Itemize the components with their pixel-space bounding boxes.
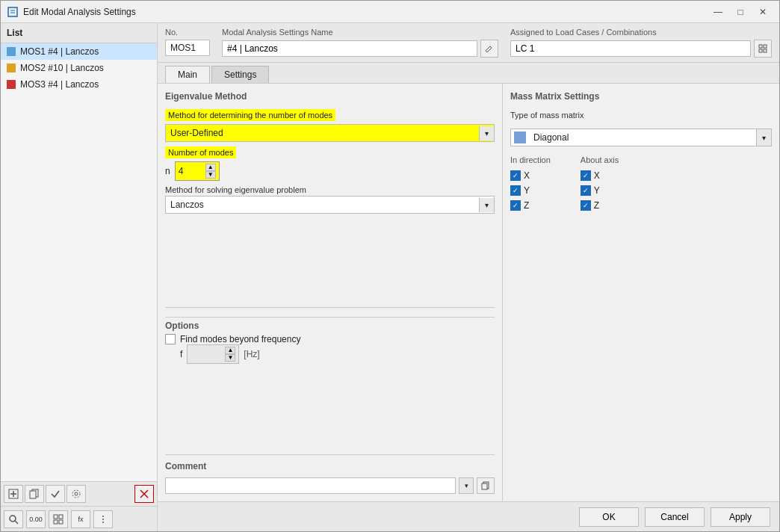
sidebar-item-mos1-label: MOS1 #4 | Lanczos (20, 46, 99, 57)
method-field: Method for determining the number of mod… (165, 109, 495, 142)
method-dropdown-arrow[interactable]: ▾ (479, 126, 494, 140)
comment-input[interactable] (165, 477, 456, 494)
search-toolbar-button[interactable] (4, 510, 23, 528)
solver-dropdown-arrow[interactable]: ▾ (479, 198, 494, 212)
svg-rect-16 (54, 520, 58, 524)
about-axis-x-checkbox[interactable]: ✓ (581, 170, 591, 181)
window: Edit Modal Analysis Settings — □ ✕ List … (0, 0, 780, 532)
method-value: User-Defined (166, 125, 479, 141)
comment-copy-button[interactable] (477, 477, 495, 494)
freq-spinner-up[interactable]: ▲ (225, 347, 235, 354)
sidebar-item-mos1[interactable]: MOS1 #4 | Lanczos (1, 43, 157, 60)
freq-spinner-down[interactable]: ▼ (225, 354, 235, 362)
formula-toolbar-button[interactable]: fx (71, 510, 90, 528)
ok-button[interactable]: OK (579, 507, 639, 527)
assigned-input[interactable] (510, 40, 751, 57)
divider (165, 317, 495, 318)
in-dir-x-checkbox[interactable]: ✓ (510, 170, 521, 181)
apply-button[interactable]: Apply (711, 507, 770, 527)
mos2-color (7, 64, 16, 72)
about-axis-y-checkbox[interactable]: ✓ (581, 185, 591, 196)
about-axis-z-checkbox[interactable]: ✓ (581, 200, 591, 211)
name-input-row (222, 40, 498, 58)
spinner-up[interactable]: ▲ (205, 164, 216, 171)
bottom-buttons: OK Cancel Apply (158, 501, 779, 531)
in-dir-z-checkbox[interactable]: ✓ (510, 200, 521, 211)
freq-input[interactable]: ▲ ▼ (187, 344, 239, 364)
in-dir-y-checkbox[interactable]: ✓ (510, 185, 521, 196)
find-modes-label: Find modes beyond frequency (180, 334, 300, 344)
mass-matrix-title: Mass Matrix Settings (510, 91, 772, 102)
sidebar: List MOS1 #4 | Lanczos MOS2 #10 | Lanczo… (1, 23, 158, 531)
find-modes-row: Find modes beyond frequency (165, 334, 495, 344)
sidebar-header: List (1, 23, 157, 43)
sidebar-item-mos3-label: MOS3 #4 | Lanczos (20, 79, 99, 90)
f-label: f (180, 349, 182, 359)
svg-rect-17 (59, 520, 63, 524)
mass-type-arrow[interactable]: ▾ (756, 129, 771, 146)
number-input[interactable]: 4 ▲ ▼ (175, 161, 220, 181)
close-button[interactable]: ✕ (752, 4, 773, 20)
svg-rect-14 (54, 515, 58, 519)
name-input[interactable] (222, 40, 477, 57)
comment-divider (165, 454, 495, 455)
about-axis-z-row: ✓ Z (581, 200, 619, 211)
edit-name-button[interactable] (480, 40, 498, 58)
svg-rect-25 (764, 49, 767, 52)
sidebar-item-mos2[interactable]: MOS2 #10 | Lanczos (1, 60, 157, 76)
find-modes-checkbox[interactable] (165, 334, 176, 344)
tabs-row: Main Settings (158, 63, 779, 84)
sidebar-item-mos3[interactable]: MOS3 #4 | Lanczos (1, 76, 157, 93)
tab-main[interactable]: Main (165, 66, 210, 83)
accept-button[interactable] (46, 485, 65, 503)
new-item-button[interactable] (4, 485, 23, 503)
misc-toolbar-button[interactable] (93, 510, 113, 528)
svg-point-9 (72, 490, 80, 498)
assigned-input-row (510, 40, 772, 58)
about-axis-col: About axis ✓ X ✓ Y ✓ (581, 155, 619, 211)
window-title: Edit Modal Analysis Settings (23, 7, 708, 17)
maximize-button[interactable]: □ (730, 4, 751, 20)
tab-settings[interactable]: Settings (211, 66, 269, 83)
number-field: Number of modes n 4 ▲ ▼ (165, 146, 495, 181)
about-axis-z-label: Z (594, 200, 599, 211)
svg-point-19 (102, 519, 104, 520)
mass-matrix-section: Mass Matrix Settings Type of mass matrix… (510, 91, 772, 211)
solver-field: Method for solving eigenvalue problem La… (165, 185, 495, 214)
minimize-button[interactable]: — (708, 4, 728, 20)
svg-point-12 (10, 516, 16, 522)
titlebar-controls: — □ ✕ (708, 4, 773, 20)
number-input-row: n 4 ▲ ▼ (165, 161, 495, 181)
copy-item-button[interactable] (25, 485, 44, 503)
comment-dropdown-arrow[interactable]: ▾ (459, 477, 474, 494)
name-label: Modal Analysis Settings Name (222, 28, 498, 37)
number-spinner: ▲ ▼ (205, 164, 216, 179)
freq-spinner: ▲ ▼ (225, 347, 235, 362)
solver-dropdown[interactable]: Lanczos ▾ (165, 196, 495, 214)
spinner-down[interactable]: ▼ (205, 171, 216, 179)
mass-type-dropdown[interactable]: Diagonal ▾ (510, 129, 772, 146)
cancel-button[interactable]: Cancel (645, 507, 705, 527)
sidebar-list: MOS1 #4 | Lanczos MOS2 #10 | Lanczos MOS… (1, 43, 157, 481)
freq-row: f ▲ ▼ [Hz] (165, 344, 495, 364)
freq-unit: [Hz] (244, 349, 259, 359)
settings-button[interactable] (66, 485, 86, 503)
n-label: n (165, 166, 170, 176)
header-row: No. MOS1 Modal Analysis Settings Name As… (158, 23, 779, 63)
svg-rect-22 (759, 45, 762, 48)
in-dir-z-row: ✓ Z (510, 200, 551, 211)
method-dropdown[interactable]: User-Defined ▾ (165, 124, 495, 142)
titlebar: Edit Modal Analysis Settings — □ ✕ (1, 1, 779, 23)
right-panel: Mass Matrix Settings Type of mass matrix… (503, 84, 779, 501)
delete-button[interactable] (134, 485, 154, 503)
svg-rect-24 (759, 49, 762, 52)
svg-line-21 (490, 46, 492, 48)
grid-toolbar-button[interactable] (49, 510, 68, 528)
assigned-label: Assigned to Load Cases / Combinations (510, 28, 772, 37)
svg-rect-23 (764, 45, 767, 48)
bottom-toolbar: 0.00 fx (1, 506, 157, 531)
assigned-grid-button[interactable] (754, 40, 772, 58)
value-toolbar-button[interactable]: 0.00 (26, 510, 46, 528)
about-axis-x-label: X (594, 170, 600, 181)
mos3-color (7, 80, 16, 89)
